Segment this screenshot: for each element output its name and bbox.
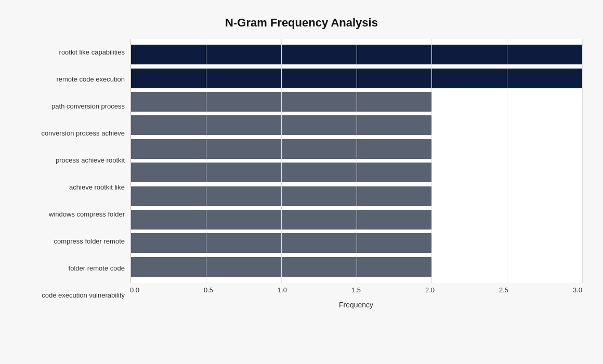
- x-axis-label: Frequency: [130, 301, 582, 309]
- y-label: folder remote code: [69, 265, 125, 272]
- y-axis-labels: rootkit like capabilitiesremote code exe…: [21, 39, 130, 309]
- x-tick: 3.0: [573, 286, 582, 299]
- y-label: code execution vulnerability: [42, 292, 125, 299]
- grid-line: [431, 39, 432, 283]
- chart-title: N-Gram Frequency Analysis: [21, 16, 582, 30]
- grid-line: [281, 39, 282, 283]
- x-tick: 2.5: [499, 286, 508, 299]
- grid-line: [357, 39, 357, 283]
- x-tick: 0.5: [204, 286, 213, 299]
- y-label: process achieve rootkit: [56, 157, 125, 164]
- grid-line: [582, 39, 583, 283]
- y-label: windows compress folder: [49, 211, 125, 218]
- y-label: remote code execution: [56, 76, 125, 83]
- y-label: rootkit like capabilities: [59, 49, 125, 56]
- y-label: conversion process achieve: [42, 130, 125, 137]
- x-tick: 0.0: [130, 286, 139, 299]
- y-label: path conversion process: [51, 103, 125, 110]
- x-tick: 2.0: [425, 286, 435, 299]
- grid-line: [507, 39, 507, 283]
- grid-line: [206, 39, 206, 283]
- x-axis: 0.00.51.01.52.02.53.0: [130, 283, 582, 299]
- chart-container: N-Gram Frequency Analysis rootkit like c…: [5, 6, 598, 359]
- y-label: achieve rootkit like: [69, 184, 125, 191]
- bars-area: [130, 39, 582, 283]
- x-tick: 1.5: [351, 286, 361, 299]
- bars-and-xaxis: 0.00.51.01.52.02.53.0 Frequency: [130, 39, 582, 309]
- chart-area: rootkit like capabilitiesremote code exe…: [21, 39, 582, 309]
- y-label: compress folder remote: [54, 238, 125, 245]
- x-tick: 1.0: [278, 286, 287, 299]
- grid-line: [130, 39, 131, 283]
